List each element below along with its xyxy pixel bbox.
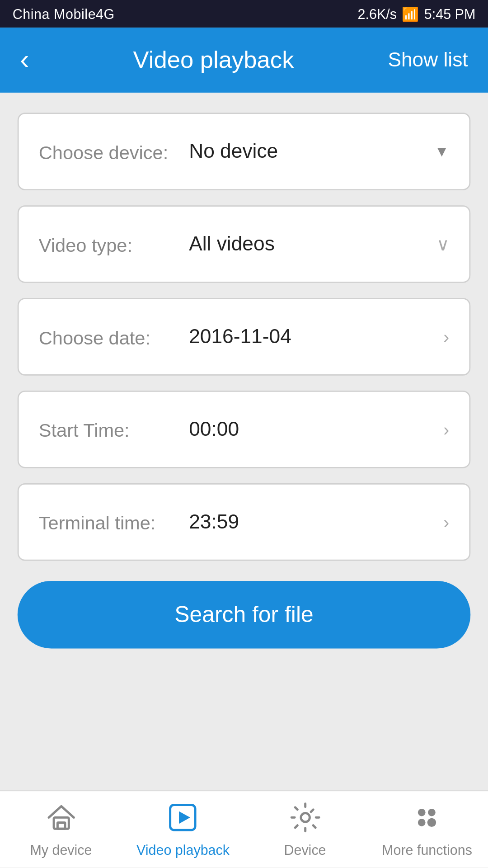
back-button[interactable]: ‹ (20, 39, 39, 81)
main-content: Choose device: No device ▼ Video type: A… (0, 93, 488, 790)
bottom-nav: My device Video playback Device (0, 790, 488, 868)
svg-point-5 (418, 809, 426, 816)
terminal-time-value: 23:59 (189, 511, 443, 533)
page-title: Video playback (39, 47, 388, 74)
choose-device-row[interactable]: Choose device: No device ▼ (18, 113, 470, 191)
show-list-button[interactable]: Show list (388, 49, 468, 71)
nav-item-my-device[interactable]: My device (0, 792, 122, 868)
nav-item-more-functions[interactable]: More functions (366, 792, 488, 868)
play-icon (167, 802, 199, 839)
svg-point-8 (427, 818, 436, 827)
svg-point-7 (418, 819, 426, 827)
signal-icons: 📶 (402, 6, 419, 22)
choose-date-label: Choose date: (39, 326, 189, 348)
header: ‹ Video playback Show list (0, 28, 488, 93)
speed-text: 2.6K/s (358, 6, 397, 21)
terminal-time-label: Terminal time: (39, 512, 189, 533)
svg-marker-3 (179, 811, 191, 824)
time-text: 5:45 PM (424, 6, 475, 21)
svg-rect-1 (57, 823, 65, 829)
start-time-value: 00:00 (189, 418, 443, 441)
choose-date-value: 2016-11-04 (189, 326, 443, 348)
start-time-label: Start Time: (39, 419, 189, 440)
nav-item-device[interactable]: Device (244, 792, 366, 868)
terminal-time-row[interactable]: Terminal time: 23:59 › (18, 483, 470, 561)
status-bar: China Mobile4G 2.6K/s 📶 5:45 PM (0, 0, 488, 28)
more-functions-icon (411, 802, 443, 839)
home-icon (45, 802, 77, 839)
chevron-right-icon: › (443, 327, 449, 347)
nav-label-device: Device (284, 843, 326, 858)
nav-label-more-functions: More functions (382, 843, 472, 858)
nav-label-video-playback: Video playback (136, 843, 230, 858)
dropdown-triangle-icon: ▼ (434, 143, 449, 160)
svg-point-6 (428, 809, 436, 816)
search-for-file-button[interactable]: Search for file (18, 581, 470, 649)
svg-point-4 (300, 813, 309, 822)
nav-label-my-device: My device (30, 843, 92, 858)
chevron-down-icon: ∨ (436, 234, 449, 254)
nav-item-video-playback[interactable]: Video playback (122, 792, 244, 868)
chevron-right-icon-3: › (443, 512, 449, 532)
choose-device-label: Choose device: (39, 141, 189, 162)
start-time-row[interactable]: Start Time: 00:00 › (18, 391, 470, 468)
choose-device-value: No device (189, 141, 434, 163)
choose-date-row[interactable]: Choose date: 2016-11-04 › (18, 298, 470, 376)
carrier-text: China Mobile4G (13, 6, 115, 21)
gear-icon (289, 802, 321, 839)
video-type-row[interactable]: Video type: All videos ∨ (18, 206, 470, 283)
status-right: 2.6K/s 📶 5:45 PM (358, 6, 476, 22)
video-type-value: All videos (189, 233, 436, 256)
video-type-label: Video type: (39, 234, 189, 255)
chevron-right-icon-2: › (443, 420, 449, 439)
